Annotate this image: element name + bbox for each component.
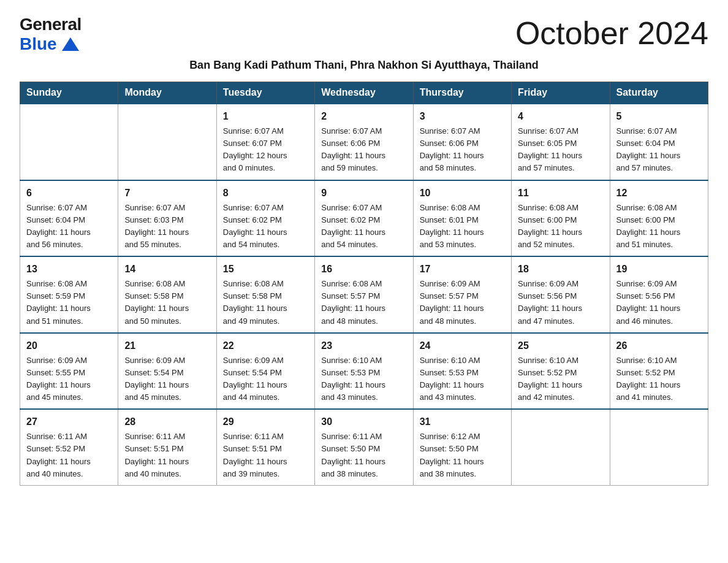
calendar-cell: 15Sunrise: 6:08 AM Sunset: 5:58 PM Dayli…: [216, 256, 314, 333]
day-number: 26: [616, 339, 702, 353]
day-info: Sunrise: 6:08 AM Sunset: 5:57 PM Dayligh…: [321, 278, 406, 327]
calendar-cell: 19Sunrise: 6:09 AM Sunset: 5:56 PM Dayli…: [610, 256, 708, 333]
day-number: 24: [420, 339, 505, 353]
day-number: 28: [124, 415, 210, 429]
header-saturday: Saturday: [610, 82, 708, 104]
day-number: 11: [518, 186, 603, 201]
header: General Blue October 2024: [20, 15, 708, 54]
calendar-cell: 17Sunrise: 6:09 AM Sunset: 5:57 PM Dayli…: [413, 256, 511, 333]
week-row-2: 6Sunrise: 6:07 AM Sunset: 6:04 PM Daylig…: [20, 180, 708, 257]
day-info: Sunrise: 6:12 AM Sunset: 5:50 PM Dayligh…: [420, 431, 505, 480]
day-number: 5: [616, 109, 702, 124]
week-row-4: 20Sunrise: 6:09 AM Sunset: 5:55 PM Dayli…: [20, 333, 708, 410]
logo-triangle-icon: [62, 37, 79, 51]
day-info: Sunrise: 6:08 AM Sunset: 6:00 PM Dayligh…: [518, 202, 603, 251]
day-info: Sunrise: 6:09 AM Sunset: 5:55 PM Dayligh…: [26, 354, 112, 404]
header-monday: Monday: [118, 82, 216, 104]
day-number: 19: [616, 262, 702, 277]
calendar-cell: 7Sunrise: 6:07 AM Sunset: 6:03 PM Daylig…: [118, 180, 216, 257]
day-info: Sunrise: 6:09 AM Sunset: 5:54 PM Dayligh…: [223, 354, 308, 404]
day-info: Sunrise: 6:09 AM Sunset: 5:56 PM Dayligh…: [518, 278, 603, 327]
day-number: 20: [26, 339, 112, 353]
header-tuesday: Tuesday: [216, 82, 314, 104]
day-number: 6: [26, 186, 112, 201]
calendar-cell: 11Sunrise: 6:08 AM Sunset: 6:00 PM Dayli…: [512, 180, 610, 257]
header-sunday: Sunday: [20, 82, 118, 104]
day-info: Sunrise: 6:11 AM Sunset: 5:51 PM Dayligh…: [124, 431, 210, 480]
header-thursday: Thursday: [413, 82, 511, 104]
calendar-cell: 23Sunrise: 6:10 AM Sunset: 5:53 PM Dayli…: [315, 333, 413, 410]
day-info: Sunrise: 6:07 AM Sunset: 6:03 PM Dayligh…: [124, 202, 210, 251]
day-info: Sunrise: 6:10 AM Sunset: 5:52 PM Dayligh…: [518, 354, 603, 404]
calendar-cell: [610, 409, 708, 485]
day-info: Sunrise: 6:09 AM Sunset: 5:56 PM Dayligh…: [616, 278, 702, 327]
calendar-cell: 9Sunrise: 6:07 AM Sunset: 6:02 PM Daylig…: [315, 180, 413, 257]
logo-blue: Blue: [20, 34, 79, 54]
day-number: 17: [420, 262, 505, 277]
header-row: SundayMondayTuesdayWednesdayThursdayFrid…: [20, 82, 708, 104]
day-info: Sunrise: 6:09 AM Sunset: 5:57 PM Dayligh…: [420, 278, 505, 327]
month-title: October 2024: [515, 15, 708, 52]
week-row-3: 13Sunrise: 6:08 AM Sunset: 5:59 PM Dayli…: [20, 256, 708, 333]
day-info: Sunrise: 6:07 AM Sunset: 6:06 PM Dayligh…: [420, 125, 505, 175]
day-info: Sunrise: 6:10 AM Sunset: 5:53 PM Dayligh…: [420, 354, 505, 404]
calendar-cell: 31Sunrise: 6:12 AM Sunset: 5:50 PM Dayli…: [413, 409, 511, 485]
week-row-1: 1Sunrise: 6:07 AM Sunset: 6:07 PM Daylig…: [20, 104, 708, 180]
calendar-cell: 21Sunrise: 6:09 AM Sunset: 5:54 PM Dayli…: [118, 333, 216, 410]
day-info: Sunrise: 6:11 AM Sunset: 5:51 PM Dayligh…: [223, 431, 308, 480]
calendar-cell: 12Sunrise: 6:08 AM Sunset: 6:00 PM Dayli…: [610, 180, 708, 257]
logo-general: General: [20, 15, 82, 34]
day-info: Sunrise: 6:07 AM Sunset: 6:07 PM Dayligh…: [223, 125, 308, 175]
calendar-cell: 6Sunrise: 6:07 AM Sunset: 6:04 PM Daylig…: [20, 180, 118, 257]
day-info: Sunrise: 6:07 AM Sunset: 6:02 PM Dayligh…: [321, 202, 406, 251]
calendar-cell: 28Sunrise: 6:11 AM Sunset: 5:51 PM Dayli…: [118, 409, 216, 485]
calendar-cell: 3Sunrise: 6:07 AM Sunset: 6:06 PM Daylig…: [413, 104, 511, 180]
day-info: Sunrise: 6:08 AM Sunset: 5:58 PM Dayligh…: [124, 278, 210, 327]
day-number: 31: [420, 415, 505, 429]
day-number: 18: [518, 262, 603, 277]
calendar-cell: 2Sunrise: 6:07 AM Sunset: 6:06 PM Daylig…: [315, 104, 413, 180]
day-number: 1: [223, 109, 308, 124]
day-number: 23: [321, 339, 406, 353]
day-info: Sunrise: 6:08 AM Sunset: 5:59 PM Dayligh…: [26, 278, 112, 327]
day-number: 14: [124, 262, 210, 277]
calendar-cell: 13Sunrise: 6:08 AM Sunset: 5:59 PM Dayli…: [20, 256, 118, 333]
day-number: 12: [616, 186, 702, 201]
calendar-cell: 24Sunrise: 6:10 AM Sunset: 5:53 PM Dayli…: [413, 333, 511, 410]
day-number: 27: [26, 415, 112, 429]
day-number: 13: [26, 262, 112, 277]
calendar-cell: 29Sunrise: 6:11 AM Sunset: 5:51 PM Dayli…: [216, 409, 314, 485]
day-number: 25: [518, 339, 603, 353]
day-number: 7: [124, 186, 210, 201]
calendar-cell: 4Sunrise: 6:07 AM Sunset: 6:05 PM Daylig…: [512, 104, 610, 180]
calendar-cell: 8Sunrise: 6:07 AM Sunset: 6:02 PM Daylig…: [216, 180, 314, 257]
day-info: Sunrise: 6:07 AM Sunset: 6:05 PM Dayligh…: [518, 125, 603, 175]
calendar-cell: [512, 409, 610, 485]
day-number: 2: [321, 109, 406, 124]
logo: General Blue: [20, 15, 82, 54]
day-number: 30: [321, 415, 406, 429]
calendar-cell: 22Sunrise: 6:09 AM Sunset: 5:54 PM Dayli…: [216, 333, 314, 410]
day-number: 4: [518, 109, 603, 124]
calendar-cell: 14Sunrise: 6:08 AM Sunset: 5:58 PM Dayli…: [118, 256, 216, 333]
calendar-cell: 18Sunrise: 6:09 AM Sunset: 5:56 PM Dayli…: [512, 256, 610, 333]
header-friday: Friday: [512, 82, 610, 104]
day-info: Sunrise: 6:07 AM Sunset: 6:04 PM Dayligh…: [26, 202, 112, 251]
calendar-cell: [118, 104, 216, 180]
day-number: 10: [420, 186, 505, 201]
header-wednesday: Wednesday: [315, 82, 413, 104]
calendar-cell: 1Sunrise: 6:07 AM Sunset: 6:07 PM Daylig…: [216, 104, 314, 180]
day-number: 9: [321, 186, 406, 201]
subtitle: Ban Bang Kadi Pathum Thani, Phra Nakhon …: [20, 59, 708, 72]
day-number: 8: [223, 186, 308, 201]
calendar: SundayMondayTuesdayWednesdayThursdayFrid…: [20, 82, 708, 486]
calendar-cell: 16Sunrise: 6:08 AM Sunset: 5:57 PM Dayli…: [315, 256, 413, 333]
day-info: Sunrise: 6:08 AM Sunset: 6:01 PM Dayligh…: [420, 202, 505, 251]
day-info: Sunrise: 6:11 AM Sunset: 5:50 PM Dayligh…: [321, 431, 406, 480]
day-info: Sunrise: 6:08 AM Sunset: 5:58 PM Dayligh…: [223, 278, 308, 327]
day-info: Sunrise: 6:07 AM Sunset: 6:02 PM Dayligh…: [223, 202, 308, 251]
calendar-cell: 20Sunrise: 6:09 AM Sunset: 5:55 PM Dayli…: [20, 333, 118, 410]
day-number: 16: [321, 262, 406, 277]
calendar-cell: [20, 104, 118, 180]
day-info: Sunrise: 6:10 AM Sunset: 5:52 PM Dayligh…: [616, 354, 702, 404]
